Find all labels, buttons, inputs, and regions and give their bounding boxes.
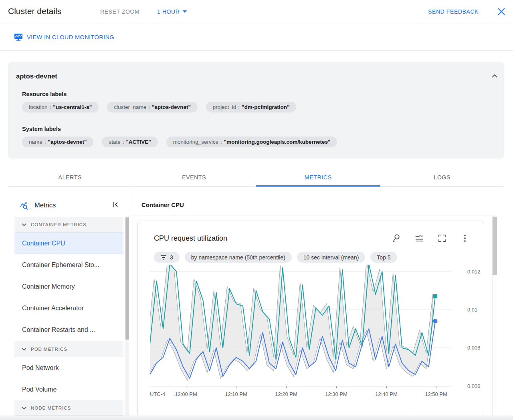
cluster-details-dialog: Cluster details RESET ZOOM 1 HOUR SEND F… [0, 0, 513, 420]
pill-key: location [29, 104, 48, 110]
tab-logs[interactable]: LOGS [380, 168, 505, 186]
more-options-button[interactable] [460, 233, 470, 244]
cluster-name: aptos-devnet [16, 72, 57, 80]
sidebar-section-node-metrics[interactable]: NODE METRICS [14, 400, 123, 416]
filter-count-chip[interactable]: 3 [154, 252, 180, 263]
pill-colon: : [220, 139, 222, 145]
tab-events[interactable]: EVENTS [132, 168, 256, 186]
groupby-chip[interactable]: by namespace name (50th percentile) [185, 252, 292, 263]
time-range-label: 1 HOUR [157, 8, 180, 15]
collapse-sidebar-button[interactable] [110, 200, 121, 211]
metrics-sidebar-header: Metrics [14, 195, 123, 216]
y-tick-label: 0.008 [467, 345, 487, 351]
system-labels-row: name:"aptos-devnet" state:"ACTIVE" monit… [22, 137, 337, 147]
view-in-cloud-monitoring-link[interactable]: VIEW IN CLOUD MONITORING [14, 33, 114, 41]
chevron-down-icon [21, 405, 27, 411]
metric-panel-title: Container CPU [141, 201, 184, 208]
chart-series-svg [150, 265, 451, 387]
chevron-down-icon [21, 222, 27, 227]
label-pill-monitoring-service: monitoring_service:"monitoring.googleapi… [166, 137, 337, 147]
timezone-label: UTC-4 [150, 391, 168, 397]
close-icon [497, 7, 506, 16]
bottom-edge [0, 416, 513, 420]
x-tick-label: 12:20 PM [270, 391, 302, 397]
section-label: NODE METRICS [31, 406, 71, 410]
tab-metrics[interactable]: METRICS [256, 168, 380, 186]
pill-colon: : [44, 139, 46, 145]
pill-value: "monitoring.googleapis.com/kubernetes" [224, 139, 331, 145]
resource-labels-title: Resource labels [22, 91, 67, 97]
filter-list-icon [160, 255, 167, 260]
sidebar-section-container-metrics[interactable]: CONTAINER METRICS [14, 217, 123, 233]
main-scrollbar-thumb[interactable] [493, 217, 497, 275]
top5-chip[interactable]: Top 5 [370, 252, 397, 263]
sidebar-item-container-restarts[interactable]: Container Restarts and ... [14, 319, 123, 341]
chart-card: CPU request utilization 3 by namespace n… [137, 221, 484, 418]
pill-value: "ACTIVE" [126, 139, 151, 145]
sidebar-scrollbar-thumb[interactable] [125, 217, 129, 340]
chart-filter-chips: 3 by namespace name (50th percentile) 10… [154, 252, 397, 263]
resource-labels-row: location:"us-central1-a" cluster_name:"a… [22, 102, 296, 113]
tab-bar: ALERTS EVENTS METRICS LOGS [8, 168, 504, 187]
close-button[interactable] [496, 7, 507, 17]
pill-colon: : [148, 104, 150, 110]
sidebar-item-container-memory[interactable]: Container Memory [14, 276, 123, 297]
sidebar-section-pod-metrics[interactable]: POD METRICS [14, 341, 123, 357]
magnifier-icon [392, 233, 401, 243]
chip-label: 3 [170, 254, 173, 261]
x-tick-label: 12:10 PM [220, 391, 252, 397]
pill-value: "aptos-devnet" [48, 139, 87, 145]
y-tick-label: 0.006 [467, 383, 487, 389]
cpu-utilization-plot[interactable]: 0.012 0.01 0.008 0.006 UTC-4 12:00 PM 12… [150, 265, 451, 387]
pill-key: project_id [213, 104, 236, 110]
y-tick-label: 0.012 [467, 269, 487, 275]
reset-zoom-button[interactable]: RESET ZOOM [100, 8, 139, 15]
fullscreen-button[interactable] [437, 233, 447, 244]
sidebar-item-container-accelerator[interactable]: Container Accelerator [14, 297, 123, 319]
x-tick-label: 12:30 PM [320, 391, 352, 397]
section-label: POD METRICS [31, 347, 67, 352]
pill-colon: : [50, 104, 51, 110]
area-chart-toggle-button[interactable] [414, 233, 424, 244]
sidebar-item-container-cpu[interactable]: Container CPU [14, 233, 123, 254]
label-pill-name: name:"aptos-devnet" [22, 137, 93, 147]
system-labels-title: System labels [22, 126, 61, 132]
collapse-left-icon [111, 201, 119, 209]
sidebar-item-container-ephemeral-storage[interactable]: Container Ephemeral Sto... [14, 254, 123, 276]
sidebar-item-pod-network[interactable]: Pod Network [14, 357, 123, 379]
cluster-summary-card: aptos-devnet Resource labels location:"u… [8, 62, 504, 159]
label-pill-location: location:"us-central1-a" [22, 102, 99, 113]
chevron-up-icon [490, 72, 499, 80]
pill-value: "dm-pcfmigration" [242, 104, 289, 110]
x-tick-label: 12:40 PM [370, 391, 402, 397]
interval-chip[interactable]: 10 sec interval (mean) [297, 252, 366, 263]
tab-alerts[interactable]: ALERTS [8, 168, 132, 186]
metrics-chart-icon [19, 200, 30, 211]
monitoring-chart-icon [14, 33, 23, 41]
pill-key: monitoring_service [173, 139, 218, 145]
send-feedback-button[interactable]: SEND FEEDBACK [428, 8, 479, 15]
pill-value: "aptos-devnet" [152, 104, 191, 110]
collapse-card-button[interactable] [489, 71, 500, 82]
label-pill-project-id: project_id:"dm-pcfmigration" [206, 102, 297, 113]
section-label: CONTAINER METRICS [31, 222, 87, 227]
monitoring-link-bar: VIEW IN CLOUD MONITORING [0, 24, 513, 51]
chart-actions [391, 233, 470, 244]
view-in-cloud-monitoring-label: VIEW IN CLOUD MONITORING [27, 34, 114, 40]
zoom-chart-button[interactable] [391, 233, 402, 244]
label-pill-cluster-name: cluster_name:"aptos-devnet" [107, 102, 198, 113]
pill-colon: : [123, 139, 124, 145]
pill-key: state [109, 139, 120, 145]
pill-key: name [29, 139, 42, 145]
chevron-down-icon [183, 10, 187, 13]
top-bar: Cluster details RESET ZOOM 1 HOUR SEND F… [0, 0, 513, 24]
label-pill-state: state:"ACTIVE" [102, 137, 158, 147]
pill-key: cluster_name [114, 104, 146, 110]
fullscreen-icon [437, 233, 447, 243]
pill-colon: : [238, 104, 240, 110]
sidebar-item-pod-volume[interactable]: Pod Volume [14, 379, 123, 400]
time-range-dropdown[interactable]: 1 HOUR [157, 8, 187, 15]
chart-title: CPU request utilization [154, 234, 227, 243]
page-title: Cluster details [8, 6, 61, 16]
x-tick-label: 12:00 PM [170, 391, 202, 397]
